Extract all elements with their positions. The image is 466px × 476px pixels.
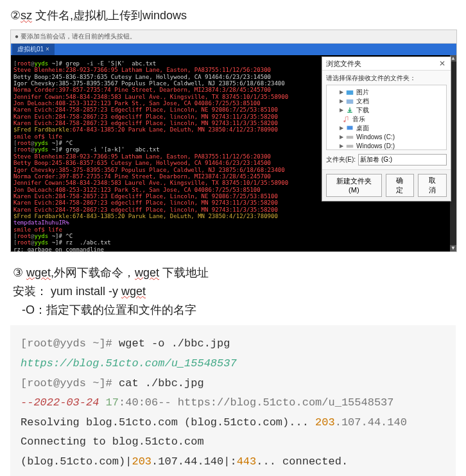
terminal-screenshot: ● 要添加当前会话，请在目前的维头按钮。 虚拟机01 × [root@yyds … [10, 30, 457, 252]
dialog-instruction: 请选择保存接收文件的文件夹： [326, 74, 447, 82]
chevron-right-icon: ▶ [340, 134, 343, 140]
chevron-right-icon: ▶ [340, 125, 343, 131]
svg-point-2 [343, 120, 345, 122]
tree-item-drive-d[interactable]: ▶Windows (D:) [331, 142, 442, 150]
wget-cmd-2: wget [135, 266, 159, 279]
chevron-right-icon: ▶ [340, 107, 343, 113]
filename-label: 文件夹(E): [326, 156, 356, 164]
close-button[interactable]: ✕ [438, 59, 447, 68]
cancel-button[interactable]: 取消 [418, 174, 447, 197]
codeblock: [root@yyds ~]# wget -o ./bbc.jpg https:/… [10, 325, 456, 476]
music-icon [342, 115, 350, 123]
tree-item-desktop[interactable]: ▶桌面 [331, 124, 442, 133]
folder-icon [346, 89, 354, 96]
desktop-icon [346, 124, 354, 132]
close-icon: ✕ [439, 59, 445, 68]
section-sz-heading: ②sz 文件名,虚拟机上传到windows [10, 8, 456, 23]
tree-item-pictures[interactable]: ▶图片 [331, 88, 442, 97]
toolbar-hint: ● 要添加当前会话，请在目前的维头按钮。 [11, 30, 456, 44]
ok-button[interactable]: 确定 [386, 174, 415, 197]
tab-bar: 虚拟机01 × [11, 44, 456, 55]
svg-rect-4 [347, 135, 354, 139]
folder-tree[interactable]: ▶图片 ▶文档 ▶下载 音乐 ▶桌面 ▶Windows (C:) ▶Window… [326, 85, 447, 150]
bullet-3: ③ [13, 266, 23, 279]
download-icon [346, 106, 354, 114]
option-o-line: -O：指定下载的位置和文件的名字 [22, 301, 456, 319]
svg-rect-3 [347, 126, 353, 130]
svg-rect-1 [347, 99, 354, 104]
chevron-right-icon: ▶ [340, 89, 343, 95]
install-line: 安装： yum install -y wget [13, 282, 456, 301]
bullet-2: ② [10, 9, 21, 22]
drive-icon [346, 142, 354, 150]
tree-item-downloads[interactable]: ▶下载 [331, 106, 442, 115]
terminal-tab[interactable]: 虚拟机01 × [12, 44, 55, 55]
svg-rect-5 [347, 144, 354, 148]
terminal-output: [root@yyds ~]# grep -i -E 'S|K' abc.txt … [11, 55, 456, 251]
install-wget-cmd: wget [121, 285, 146, 298]
folder-icon [346, 98, 354, 105]
filename-input[interactable] [358, 154, 447, 166]
chevron-right-icon: ▶ [340, 143, 343, 149]
sz-cmd: sz [21, 9, 32, 22]
tab-close-icon[interactable]: × [46, 46, 49, 53]
tree-item-music[interactable]: 音乐 [331, 115, 442, 124]
section-wget-heading: ③ wget,外网下载命令，wget 下载地址 安装： yum install … [10, 264, 456, 319]
wget-cmd-1: wget [26, 266, 51, 279]
new-folder-button[interactable]: 新建文件夹(M) [326, 174, 382, 197]
scroll-down-icon[interactable]: ▼ [450, 245, 456, 251]
svg-rect-0 [347, 90, 354, 95]
tree-item-drive-c[interactable]: ▶Windows (C:) [331, 133, 442, 142]
sz-rest: 文件名,虚拟机上传到windows [32, 9, 187, 22]
tree-item-documents[interactable]: ▶文档 [331, 97, 442, 106]
save-folder-dialog: 浏览文件夹 ✕ 请选择保存接收文件的文件夹： ▶图片 ▶文档 ▶下载 音乐 ▶桌… [322, 56, 451, 201]
chevron-right-icon: ▶ [340, 98, 343, 104]
dialog-title: 浏览文件夹 [326, 60, 361, 68]
drive-icon [346, 133, 354, 141]
dialog-titlebar: 浏览文件夹 ✕ [322, 57, 451, 71]
